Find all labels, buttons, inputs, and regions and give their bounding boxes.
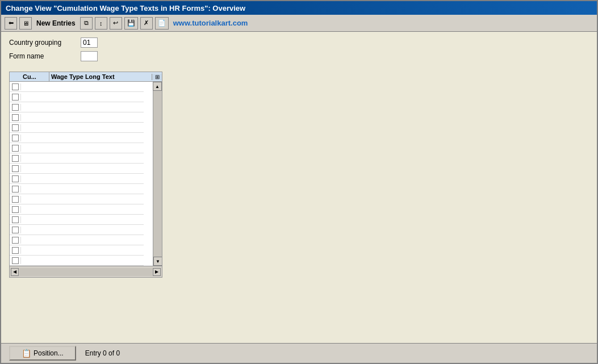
row-checkbox[interactable] [10,165,21,172]
table-row [10,153,144,164]
table-row [10,204,144,215]
form-name-label: Form name [9,52,77,60]
table-header: Cu... Wage Type Long Text ⊞ [10,72,162,82]
display-icon: 🖥 [23,20,29,27]
form-name-input[interactable] [81,51,98,61]
table-row [10,184,144,194]
table-row [10,194,144,204]
column-settings-icon[interactable]: ⊞ [152,74,162,80]
table-row [10,112,144,123]
row-checkbox[interactable] [10,114,21,121]
new-entries-label: New Entries [34,19,78,27]
scroll-right-btn[interactable]: ▶ [153,268,161,276]
row-checkbox[interactable] [10,94,21,101]
table-bottom-bar: ◀ ▶ [10,266,162,277]
toolbar: ⬅ 🖥 New Entries ⧉ ↕ ↩ 💾 ✗ 📄 www.tutorial… [1,15,597,32]
country-grouping-row: Country grouping [9,37,589,48]
table-row [10,123,144,133]
row-checkbox[interactable] [10,155,21,162]
move-icon: ↕ [99,20,103,27]
table-row [10,225,144,235]
back-button[interactable]: ⬅ [5,17,17,30]
title-bar: Change View "Cumulation Wage Type Texts … [1,1,597,15]
info-icon: 📄 [158,19,166,27]
scroll-down-btn[interactable]: ▼ [153,257,162,266]
copy-button[interactable]: ⧉ [80,17,93,30]
col-wage-header: Wage Type Long Text [49,72,152,81]
row-checkbox[interactable] [10,237,21,244]
table-row [10,164,144,174]
table-row [10,92,144,102]
row-checkbox[interactable] [10,135,21,141]
table-row [10,235,144,245]
row-checkbox[interactable] [10,206,21,213]
vertical-scrollbar[interactable]: ▲ ▼ [153,82,162,266]
entry-count: Entry 0 of 0 [85,349,120,357]
col-cu-header: Cu... [21,72,49,81]
row-checkbox[interactable] [10,247,21,254]
table-row [10,215,144,225]
country-grouping-input[interactable] [81,37,98,48]
position-btn-label: Position... [34,349,64,357]
row-checkbox[interactable] [10,83,21,90]
table-row [10,174,144,184]
table-row [10,102,144,112]
delete-icon: ✗ [144,19,149,27]
content-area: Country grouping Form name Cu... Wage Ty… [1,32,597,343]
row-checkbox[interactable] [10,216,21,223]
scroll-horiz-track [19,268,152,276]
watermark-text: www.tutorialkart.com [173,19,248,27]
table-rows-list [10,82,153,266]
move-button[interactable]: ↕ [95,17,107,30]
form-name-row: Form name [9,51,589,61]
display-button[interactable]: 🖥 [19,17,32,30]
row-checkbox[interactable] [10,124,21,131]
delete-button[interactable]: ✗ [140,17,153,30]
save-icon: 💾 [127,19,135,27]
table-row [10,256,144,266]
main-window: Change View "Cumulation Wage Type Texts … [0,0,598,364]
table-row [10,245,144,256]
table-body: ▲ ▲ ▼ [10,82,162,266]
info-button[interactable]: 📄 [155,17,169,30]
undo-button[interactable]: ↩ [110,17,122,30]
status-bar: 📋 Position... Entry 0 of 0 [1,343,597,363]
table-row [10,133,144,143]
row-checkbox[interactable] [10,196,21,203]
row-checkbox[interactable] [10,227,21,233]
row-checkbox[interactable] [10,186,21,193]
back-icon: ⬅ [9,19,14,27]
copy-icon: ⧉ [84,19,89,27]
table-rows-container: ▲ [10,82,153,266]
window-title: Change View "Cumulation Wage Type Texts … [6,4,245,12]
row-checkbox[interactable] [10,104,21,111]
position-icon: 📋 [22,349,31,358]
table-row [10,143,144,153]
row-checkbox[interactable] [10,257,21,264]
scroll-left-btn[interactable]: ◀ [11,268,19,276]
country-grouping-label: Country grouping [9,39,77,47]
undo-icon: ↩ [113,19,118,27]
row-checkbox[interactable] [10,145,21,152]
row-checkbox[interactable] [10,175,21,182]
scroll-up-button[interactable]: ▲ [153,82,162,91]
horizontal-scrollbar: ◀ ▶ [10,267,162,277]
scroll-track [153,91,162,257]
save-button[interactable]: 💾 [124,17,138,30]
table-row [10,82,144,92]
position-button[interactable]: 📋 Position... [9,346,76,361]
data-table: Cu... Wage Type Long Text ⊞ ▲ ▲ [9,72,162,278]
